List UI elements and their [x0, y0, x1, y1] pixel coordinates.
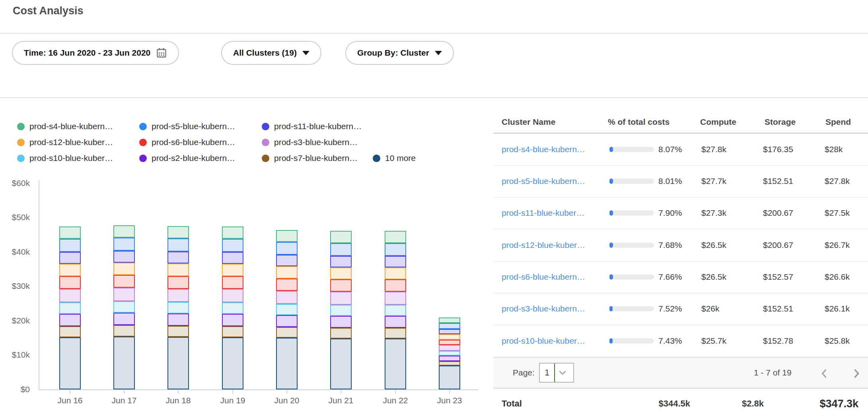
- bar-segment[interactable]: [330, 256, 352, 267]
- bar-segment[interactable]: [167, 326, 189, 337]
- bar-segment[interactable]: [59, 264, 81, 276]
- bar-segment[interactable]: [439, 317, 460, 323]
- bar-segment[interactable]: [385, 279, 406, 292]
- bar-segment[interactable]: [167, 314, 189, 326]
- bar-segment[interactable]: [276, 338, 298, 389]
- legend-item[interactable]: prod-s6-blue-kubern…: [139, 135, 235, 149]
- legend-item[interactable]: prod-s10-blue-kuber…: [17, 151, 113, 165]
- cluster-link[interactable]: prod-s4-blue-kubern…: [502, 145, 585, 154]
- bar-segment[interactable]: [167, 263, 189, 276]
- cluster-filter-dropdown[interactable]: All Clusters (19): [221, 41, 321, 65]
- bar-segment[interactable]: [222, 226, 243, 239]
- legend-item[interactable]: prod-s7-blue-kubern…: [262, 151, 358, 165]
- bar-segment[interactable]: [439, 340, 460, 345]
- bar-segment[interactable]: [439, 334, 460, 340]
- bar-segment[interactable]: [385, 243, 406, 256]
- bar-segment[interactable]: [439, 329, 460, 334]
- bar-segment[interactable]: [276, 304, 298, 315]
- bar-segment[interactable]: [439, 345, 460, 351]
- bar-segment[interactable]: [439, 323, 460, 329]
- bar-segment[interactable]: [222, 264, 243, 276]
- bar-segment[interactable]: [439, 361, 460, 366]
- bar-segment[interactable]: [113, 313, 135, 325]
- bar-segment[interactable]: [385, 292, 406, 305]
- bar-segment[interactable]: [167, 289, 189, 302]
- bar-segment[interactable]: [59, 314, 81, 326]
- legend-item[interactable]: prod-s11-blue-kubern…: [262, 120, 362, 133]
- bar-segment[interactable]: [330, 305, 352, 316]
- bar-segment[interactable]: [385, 267, 406, 279]
- cluster-link[interactable]: prod-s3-blue-kubern…: [502, 304, 585, 314]
- bar-segment[interactable]: [385, 305, 406, 316]
- bar-segment[interactable]: [167, 337, 189, 389]
- bar-segment[interactable]: [113, 301, 135, 313]
- bar-segment[interactable]: [113, 251, 135, 263]
- bar-segment[interactable]: [385, 316, 406, 328]
- bar-segment[interactable]: [439, 356, 460, 361]
- bar-segment[interactable]: [276, 266, 298, 278]
- bar-segment[interactable]: [113, 325, 135, 337]
- bar-segment[interactable]: [330, 328, 352, 339]
- bar-segment[interactable]: [222, 252, 243, 264]
- bar-segment[interactable]: [330, 339, 352, 389]
- bar-segment[interactable]: [167, 252, 189, 263]
- bar-segment[interactable]: [276, 230, 298, 242]
- bar-segment[interactable]: [59, 239, 81, 252]
- bar-segment[interactable]: [222, 326, 243, 337]
- bar-segment[interactable]: [222, 302, 243, 314]
- legend-item[interactable]: prod-s5-blue-kubern…: [139, 120, 235, 133]
- bar-segment[interactable]: [330, 243, 352, 256]
- bar-segment[interactable]: [276, 279, 298, 291]
- bar-segment[interactable]: [222, 239, 243, 252]
- page-select[interactable]: 1: [539, 363, 574, 383]
- bar-segment[interactable]: [276, 315, 298, 327]
- bar-segment[interactable]: [167, 276, 189, 289]
- legend-item[interactable]: prod-s2-blue-kubern…: [139, 151, 235, 165]
- bar-segment[interactable]: [222, 337, 243, 389]
- bar-segment[interactable]: [59, 226, 81, 239]
- bar-segment[interactable]: [113, 225, 135, 238]
- bar-segment[interactable]: [113, 238, 135, 251]
- bar-segment[interactable]: [59, 252, 81, 264]
- bar-segment[interactable]: [330, 292, 352, 305]
- bar-segment[interactable]: [385, 231, 406, 243]
- bar-segment[interactable]: [59, 326, 81, 337]
- bar-segment[interactable]: [59, 276, 81, 289]
- legend-item[interactable]: prod-s12-blue-kuber…: [17, 135, 113, 149]
- bar-segment[interactable]: [330, 231, 352, 243]
- bar-segment[interactable]: [330, 279, 352, 292]
- cluster-link[interactable]: prod-s11-blue-kuber…: [502, 208, 585, 218]
- bar-segment[interactable]: [439, 351, 460, 356]
- next-page-button[interactable]: [849, 366, 864, 381]
- legend-item[interactable]: 10 more: [373, 151, 416, 165]
- bar-segment[interactable]: [330, 316, 352, 328]
- bar-segment[interactable]: [59, 289, 81, 302]
- cluster-link[interactable]: prod-s12-blue-kuber…: [502, 240, 585, 250]
- bar-segment[interactable]: [222, 314, 243, 326]
- cluster-link[interactable]: prod-s5-blue-kubern…: [502, 176, 585, 186]
- bar-segment[interactable]: [276, 255, 298, 266]
- cluster-link[interactable]: prod-s10-blue-kuber…: [502, 336, 585, 346]
- time-range-filter[interactable]: Time: 16 Jun 2020 - 23 Jun 2020: [12, 41, 179, 65]
- bar-segment[interactable]: [222, 289, 243, 302]
- bar-segment[interactable]: [167, 226, 189, 238]
- previous-page-button[interactable]: [816, 366, 832, 381]
- bar-segment[interactable]: [222, 276, 243, 289]
- bar-segment[interactable]: [59, 337, 81, 389]
- bar-segment[interactable]: [385, 328, 406, 339]
- bar-segment[interactable]: [167, 238, 189, 252]
- bar-segment[interactable]: [276, 242, 298, 255]
- bar-segment[interactable]: [439, 366, 460, 389]
- bar-segment[interactable]: [385, 256, 406, 267]
- bar-segment[interactable]: [385, 339, 406, 389]
- cluster-link[interactable]: prod-s6-blue-kubern…: [502, 272, 585, 282]
- bar-segment[interactable]: [113, 275, 135, 288]
- bar-segment[interactable]: [167, 302, 189, 314]
- legend-item[interactable]: prod-s3-blue-kubern…: [262, 135, 358, 149]
- bar-segment[interactable]: [59, 302, 81, 314]
- bar-segment[interactable]: [113, 263, 135, 275]
- bar-segment[interactable]: [113, 288, 135, 301]
- group-by-dropdown[interactable]: Group By: Cluster: [345, 41, 454, 65]
- bar-segment[interactable]: [330, 267, 352, 279]
- bar-segment[interactable]: [113, 337, 135, 389]
